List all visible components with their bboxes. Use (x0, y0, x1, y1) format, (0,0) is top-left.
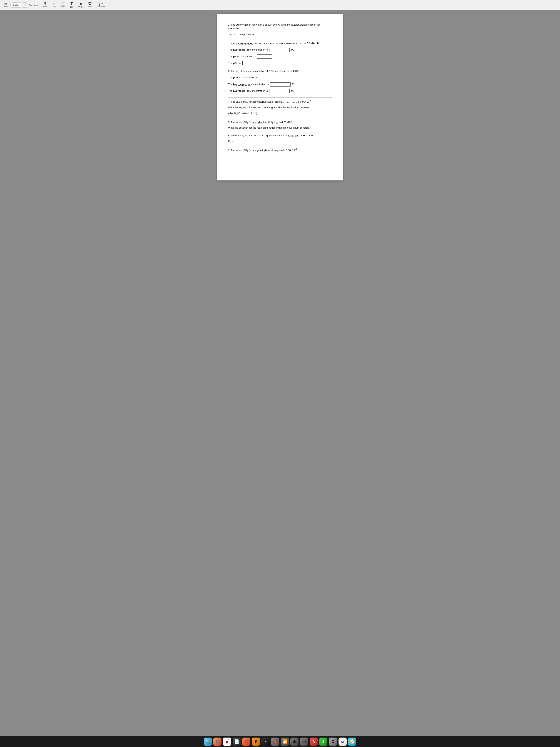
insert-icon: ¶ (44, 2, 46, 5)
media-button[interactable]: 🖼 Media (86, 1, 94, 8)
q5-text: 5. The value of Kb for methylamine, CH3N… (228, 120, 332, 125)
q5-sub3: 3 (272, 122, 273, 124)
add-emoji: ⊕ (293, 739, 296, 744)
dock-aa-icon[interactable]: Aa (339, 738, 347, 746)
zoom-button[interactable]: 125% ▾ (10, 2, 21, 7)
chart-label: Chart (60, 6, 65, 8)
music2-emoji: 🎵 (244, 739, 249, 744)
view-label: View (3, 6, 7, 8)
q5-instruction: Write the equation for the reaction that… (228, 126, 332, 130)
shape-icon: ■ (80, 2, 82, 5)
q4-aspirin: acetylsalicylic acid (aspirin) (252, 100, 283, 103)
q1-sup-plus: + (246, 32, 247, 35)
q3-hydroxide-input[interactable] (269, 89, 290, 93)
q2-ph-line: The pH of this solution is . (228, 54, 332, 58)
insert-group: ¶ Insert (41, 1, 49, 8)
dock-pen-icon[interactable]: ✏ (300, 738, 308, 746)
q4-text: 4. The value of Ka for acetylsalicylic a… (228, 99, 332, 104)
table-button[interactable]: ⊞ Table (50, 1, 58, 8)
q2-poh-label: The pOH is (228, 61, 241, 65)
q7-text: 7. The value of Ka for acetylsalicylic a… (228, 148, 332, 153)
q2-poh-input[interactable] (242, 61, 257, 65)
dock-finder-icon[interactable]: 🔍 (204, 738, 212, 746)
q3-poh-label: The pOH of this solution is (228, 76, 258, 79)
q1-ammonia: ammonia (228, 27, 239, 30)
q6-sub3: 3 (305, 135, 306, 137)
q2-poh-line: The pOH is . (228, 61, 332, 65)
s-text: S (322, 740, 324, 744)
dock-calendar-icon[interactable]: APR 8 (223, 738, 231, 746)
q2-ph-input[interactable] (257, 54, 272, 58)
question-6: 6. Write the Ka expression for an aqueou… (228, 134, 332, 144)
dock-music2-icon[interactable]: 🎵 (242, 738, 250, 746)
q5-methylamine: methylamine (252, 121, 267, 123)
settings-emoji: ⚙ (331, 739, 335, 744)
calendar-month: APR (225, 739, 229, 741)
q6-ka: Ka = (228, 139, 332, 144)
dock-add-icon[interactable]: ⊕ (290, 738, 298, 746)
aa-text: Aa (341, 740, 344, 743)
comment-group: 💬 Comment (95, 1, 106, 8)
q2-poh-unit: . (259, 61, 260, 65)
chart-icon: 📊 (61, 2, 65, 5)
comment-button[interactable]: 💬 Comment (95, 1, 106, 8)
add-page-label: Add Page (29, 4, 37, 6)
view-button[interactable]: ⊞ View (1, 1, 10, 8)
q1-autoionization-1: autoionization (236, 23, 251, 26)
q2-sup: -3 (315, 41, 317, 44)
q2-hydroxide-unit: M. (291, 48, 294, 52)
q3-poh-unit: . (275, 76, 276, 79)
q4-note-sub3: 3 (236, 113, 237, 115)
a-text: A (313, 740, 315, 744)
q2-hydronium: hydronium ion (236, 42, 254, 45)
comment-label: Comment (97, 6, 105, 8)
dock-music-icon[interactable]: 🎵 (213, 738, 221, 746)
add-page-button[interactable]: + (22, 2, 28, 7)
q2-value: 5.3×10-3 M (307, 42, 319, 45)
music-emoji: 🎵 (215, 739, 220, 744)
document-area: 1. The autoionization for water is shown… (0, 10, 560, 736)
q4-instruction: Write the equation for the reaction that… (228, 106, 332, 109)
q5-sub-b: b (247, 122, 248, 124)
insert-label: Insert (43, 6, 47, 8)
text-button[interactable]: T Text (68, 1, 76, 9)
zoom-value: 125% (12, 4, 18, 6)
q1-text: 1. The autoionization for water is shown… (228, 23, 332, 31)
toolbar: ⊞ View 125% ▾ + Add Page ¶ Insert ⊞ Tabl… (0, 0, 560, 10)
q7-sub-a: a (247, 150, 248, 152)
notification-emoji: 🔕 (273, 739, 278, 744)
dock-settings-icon[interactable]: ⚙ (329, 738, 337, 746)
insert-button[interactable]: ¶ Insert (41, 1, 49, 8)
q3-hydronium-input[interactable] (270, 82, 291, 86)
question-3: 3. The pH of an aqueous solution at 25°C… (228, 69, 332, 93)
dock-files-icon[interactable]: 📄 (233, 738, 241, 746)
taskbar: 🔍 🎵 APR 8 📄 🎵 🎙 tv 🔕 📶 ⊕ ✏ A S ⚙ Aa 🧭 (0, 736, 560, 747)
plus-icon: + (24, 3, 26, 7)
media-icon: 🖼 (88, 2, 92, 5)
q4-sub7: 7 (291, 101, 292, 104)
shape-button[interactable]: ■ Shape (77, 1, 85, 8)
q2-hydroxide-input[interactable] (269, 48, 290, 52)
question-2: 2. The hydronium ion concentration in an… (228, 41, 332, 66)
dock-tv-icon[interactable]: tv (262, 738, 270, 746)
add-page-group: + Add Page (22, 2, 38, 7)
shape-label: Shape (78, 6, 83, 8)
dock-s-icon[interactable]: S (319, 738, 327, 746)
zoom-group: 125% ▾ (10, 2, 21, 7)
q2-ph-unit: . (273, 55, 274, 58)
dock-safari-icon[interactable]: 🧭 (348, 738, 356, 746)
q7-sup: -4 (295, 148, 297, 150)
divider1 (39, 2, 39, 8)
question-5: 5. The value of Kb for methylamine, CH3N… (228, 120, 332, 130)
q3-hydroxide-line: The hydroxide ion concentration is M. (228, 89, 332, 93)
dock-podcast-icon[interactable]: 🎙 (252, 738, 260, 746)
dock-notification-icon[interactable]: 🔕 (271, 738, 279, 746)
chart-button[interactable]: 📊 Chart (59, 1, 67, 8)
media-label: Media (87, 6, 92, 8)
dock-a-icon[interactable]: A (310, 738, 318, 746)
q6-text: 6. Write the Ka expression for an aqueou… (228, 134, 332, 138)
page: 1. The autoionization for water is shown… (217, 14, 343, 180)
dock-signal-icon[interactable]: 📶 (281, 738, 289, 746)
question-1: 1. The autoionization for water is shown… (228, 23, 332, 37)
q3-poh-input[interactable] (259, 76, 274, 80)
